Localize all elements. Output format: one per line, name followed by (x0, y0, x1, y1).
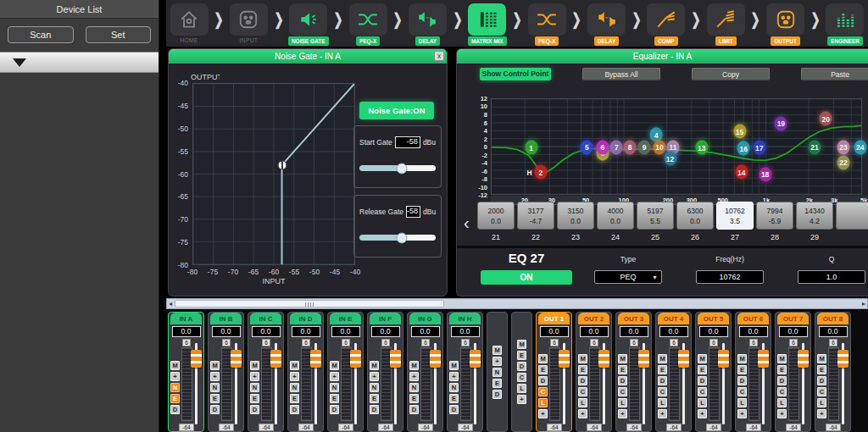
fader-handle[interactable] (837, 350, 849, 368)
strip-button-d[interactable]: D (578, 376, 587, 385)
strip-button-c[interactable]: C (737, 387, 747, 396)
fader-handle[interactable] (559, 350, 570, 368)
channel-gain-value[interactable]: 0.0 (739, 326, 768, 337)
toolbar-item-limit[interactable]: LIMIT (705, 3, 746, 46)
channel-gain-value[interactable]: 0.0 (172, 326, 201, 337)
eq-control-point-12[interactable]: 12 (664, 152, 676, 166)
master-button-c[interactable]: C (517, 373, 526, 382)
channel-strip-in-d[interactable]: IN D0.0M+NED6-64 (287, 312, 324, 432)
eq-freq-field[interactable]: 10762 (696, 270, 764, 284)
strip-button-e[interactable]: E (250, 394, 259, 403)
eq-control-point-19[interactable]: 19 (775, 116, 787, 130)
strip-button-+[interactable]: + (409, 372, 419, 381)
eq-control-point-9[interactable]: 9 (638, 140, 651, 154)
strip-button-n[interactable]: N (449, 383, 459, 392)
fader-handle[interactable] (758, 350, 769, 368)
master-button-n[interactable]: N (492, 368, 502, 377)
fader-handle[interactable] (350, 350, 361, 368)
strip-button-d[interactable]: D (698, 376, 707, 385)
master-button-e[interactable]: E (492, 379, 502, 388)
channel-strip-in-b[interactable]: IN B0.0M+NED6-64 (208, 312, 244, 432)
strip-button-e[interactable]: E (330, 394, 339, 403)
strip-button-+[interactable]: + (698, 409, 707, 418)
strip-button-e[interactable]: E (449, 394, 459, 403)
fader-handle[interactable] (678, 350, 689, 368)
strip-button-d[interactable]: D (817, 376, 826, 385)
strip-button-l[interactable]: L (698, 398, 707, 407)
strip-button-d[interactable]: D (250, 405, 259, 414)
strip-button-m[interactable]: M (817, 354, 826, 363)
eq-button-bypass-all[interactable]: Bypass All (582, 68, 660, 80)
master-button-+[interactable]: + (492, 357, 502, 366)
toolbar-item-delay[interactable]: DELAY (587, 3, 627, 46)
strip-button-l[interactable]: L (618, 398, 627, 407)
channel-strip-in-f[interactable]: IN F0.0M+NED6-64 (367, 312, 403, 432)
toolbar-item-output[interactable]: OUTPUT (765, 3, 806, 46)
eq-button-paste[interactable]: Paste (801, 68, 868, 80)
strip-button-+[interactable]: + (737, 409, 747, 418)
band-cell-23[interactable]: 31500.023 (557, 202, 594, 241)
strip-button-m[interactable]: M (538, 354, 548, 363)
strip-button-e[interactable]: E (698, 365, 707, 374)
eq-control-point-2[interactable]: 2H (534, 165, 547, 180)
release-gate-slider[interactable] (359, 235, 436, 241)
fader-handle[interactable] (430, 350, 441, 368)
toolbar-item-peq-x[interactable]: PEQ-X (348, 3, 388, 46)
mixer-scrollbar-thumb[interactable] (175, 300, 444, 307)
eq-type-dropdown[interactable]: PEQ ▼ (594, 270, 662, 284)
eq-graph[interactable]: 12H3456789101112131415161718192021222324 (491, 98, 862, 195)
strip-button-d[interactable]: D (618, 376, 627, 385)
master-button-l[interactable]: L (517, 384, 526, 393)
channel-strip-out-3[interactable]: OUT 30.0MEDCL+6-64 (615, 312, 652, 432)
strip-button-+[interactable]: + (658, 409, 667, 418)
noise-gate-plot[interactable] (192, 83, 355, 265)
channel-gain-value[interactable]: 0.0 (451, 326, 480, 337)
strip-button-e[interactable]: E (290, 394, 299, 403)
strip-button-l[interactable]: L (817, 398, 826, 407)
strip-button-m[interactable]: M (370, 361, 379, 370)
strip-button-e[interactable]: E (578, 365, 587, 374)
channel-strip-out-1[interactable]: OUT 10.0MEDCL+6-64 (536, 312, 572, 432)
master-button-d[interactable]: D (492, 390, 502, 399)
strip-button-m[interactable]: M (737, 354, 747, 363)
eq-q-field[interactable]: 1.0 (798, 270, 865, 284)
eq-control-point-10[interactable]: 10 (653, 140, 665, 154)
strip-button-l[interactable]: L (737, 398, 747, 407)
strip-button-+[interactable]: + (817, 409, 826, 418)
close-icon[interactable]: x (434, 51, 444, 61)
strip-button-l[interactable]: L (578, 398, 587, 407)
eq-control-point-6[interactable]: 6 (596, 140, 609, 154)
master-button-+[interactable]: + (517, 395, 526, 404)
strip-button-e[interactable]: E (658, 365, 667, 374)
strip-button-c[interactable]: C (618, 387, 627, 396)
start-gate-value-field[interactable]: -58 (395, 136, 420, 148)
strip-button-d[interactable]: D (330, 405, 339, 414)
strip-button-d[interactable]: D (737, 376, 747, 385)
toolbar-item-peq-x[interactable]: PEQ-X (526, 3, 567, 46)
band-cell-24[interactable]: 40000.024 (597, 202, 634, 241)
channel-strip-out-2[interactable]: OUT 20.0MEDCL+6-64 (576, 312, 612, 432)
strip-button-m[interactable]: M (578, 354, 587, 363)
channel-gain-value[interactable]: 0.0 (540, 326, 569, 337)
strip-button-d[interactable]: D (290, 405, 299, 414)
strip-button-+[interactable]: + (330, 372, 339, 381)
eq-control-point-17[interactable]: 17 (753, 141, 765, 155)
strip-button-m[interactable]: M (618, 354, 627, 363)
channel-gain-value[interactable]: 0.0 (252, 326, 281, 337)
strip-button-+[interactable]: + (618, 409, 627, 418)
strip-button-m[interactable]: M (170, 361, 180, 370)
noise-gate-on-button[interactable]: Noise Gate:ON (359, 102, 434, 119)
strip-button-c[interactable]: C (538, 387, 548, 396)
strip-button-+[interactable]: + (777, 409, 787, 418)
channel-gain-value[interactable]: 0.0 (659, 326, 688, 337)
strip-button-c[interactable]: C (777, 387, 787, 396)
strip-button-+[interactable]: + (370, 372, 379, 381)
channel-gain-value[interactable]: 0.0 (212, 326, 241, 337)
strip-button-+[interactable]: + (449, 372, 459, 381)
toolbar-item-home[interactable]: HOME (169, 3, 209, 46)
channel-strip-in-h[interactable]: IN H0.0M+NED6-64 (447, 312, 483, 432)
fader-handle[interactable] (231, 350, 242, 368)
channel-strip-out-5[interactable]: OUT 50.0MEDCL+6-64 (695, 312, 732, 432)
master-button-e[interactable]: E (517, 351, 526, 360)
master-button-m[interactable]: M (492, 346, 502, 355)
